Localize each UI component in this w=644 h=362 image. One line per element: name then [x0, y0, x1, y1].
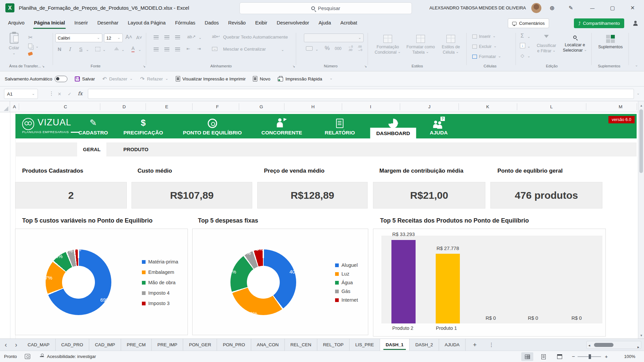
toggle-off-icon[interactable]: [55, 76, 67, 82]
align-left-icon[interactable]: [154, 48, 159, 51]
page-layout-view-button[interactable]: [537, 352, 549, 361]
cut-icon[interactable]: ✂: [28, 34, 33, 41]
increase-font-icon[interactable]: A˄: [125, 34, 132, 40]
sheet-options-icon[interactable]: [484, 339, 499, 351]
merge-center-button[interactable]: Mesclar e Centralizar: [223, 47, 266, 52]
nav-item-precificacao[interactable]: $ PRECIFICAÇÃO: [123, 114, 163, 138]
column-header[interactable]: F: [216, 101, 219, 112]
undo-button[interactable]: Desfazer: [102, 76, 133, 82]
name-box[interactable]: A1: [4, 89, 38, 99]
font-color-icon[interactable]: A: [131, 46, 135, 52]
column-header[interactable]: G: [260, 101, 263, 112]
dialog-launcher-icon[interactable]: [364, 64, 367, 68]
customize-qat-icon[interactable]: [330, 77, 333, 81]
nav-item-concorrente[interactable]: CONCORRENTE: [261, 114, 302, 138]
new-document-button[interactable]: Novo: [253, 76, 270, 81]
page-break-view-button[interactable]: [553, 352, 566, 361]
sheet-tab-rel-top[interactable]: REL_TOP: [317, 339, 350, 351]
increase-indent-icon[interactable]: ⇥: [197, 46, 201, 51]
subtab-produto[interactable]: PRODUTO: [117, 142, 154, 157]
column-header[interactable]: E: [165, 101, 168, 112]
scroll-up-icon[interactable]: [638, 102, 644, 108]
select-all-corner[interactable]: [0, 101, 10, 112]
scrollbar-thumb[interactable]: [639, 109, 643, 173]
accounting-format-icon[interactable]: [306, 46, 313, 51]
close-button[interactable]: [625, 0, 640, 16]
font-size-select[interactable]: 12: [104, 34, 123, 42]
tab-arquivo[interactable]: Arquivo: [3, 16, 29, 30]
sheet-tab-ajuda[interactable]: AJUDA: [439, 339, 466, 351]
increase-decimal-icon[interactable]: ←0.00: [348, 45, 353, 52]
donut-chart-custos-variaveis[interactable]: 69% 17% 8% 4% 2% Matéria-prima Embalagem…: [15, 229, 188, 335]
fill-down-icon[interactable]: ↓: [520, 43, 525, 48]
sort-filter-button[interactable]: Classificar e Filtrar: [534, 35, 559, 54]
nav-item-ponto-de-equilibrio[interactable]: PONTO DE EQUILÍBRIO: [183, 114, 241, 138]
tab-dados[interactable]: Dados: [200, 16, 223, 30]
column-header[interactable]: K: [486, 101, 489, 112]
percent-style-button[interactable]: %: [325, 45, 330, 52]
insert-cells-button[interactable]: Inserir: [472, 34, 496, 39]
globe-icon[interactable]: [545, 0, 559, 16]
cancel-icon[interactable]: [58, 91, 61, 97]
tab-layout-da-pagina[interactable]: Layout da Página: [123, 16, 170, 30]
tab-desenvolvedor[interactable]: Desenvolvedor: [272, 16, 314, 30]
align-right-icon[interactable]: [175, 48, 180, 51]
tab-inserir[interactable]: Inserir: [70, 16, 93, 30]
horizontal-scrollbar[interactable]: [586, 341, 641, 349]
quick-print-button[interactable]: Impressão Rápida: [278, 76, 322, 81]
column-header[interactable]: A: [13, 101, 16, 112]
column-header[interactable]: I: [370, 101, 371, 112]
tab-acrobat[interactable]: Acrobat: [336, 16, 362, 30]
scrollbar-thumb[interactable]: [594, 343, 613, 347]
borders-icon[interactable]: [95, 47, 100, 51]
decrease-decimal-icon[interactable]: .00→0: [358, 45, 362, 52]
sheet-tab-pon-pro[interactable]: PON_PRO: [217, 339, 251, 351]
tab-revisao[interactable]: Revisão: [223, 16, 250, 30]
redo-button[interactable]: Refazer: [140, 76, 168, 82]
bold-button[interactable]: N: [58, 46, 61, 52]
nav-item-ajuda[interactable]: ? AJUDA: [430, 114, 447, 138]
sheet-next-icon[interactable]: [15, 341, 17, 349]
sheet-tab-lis-pre[interactable]: LIS_PRE: [350, 339, 380, 351]
format-painter-icon[interactable]: [28, 52, 33, 56]
paste-button[interactable]: Colar: [9, 33, 19, 56]
tab-ajuda[interactable]: Ajuda: [314, 16, 336, 30]
column-header[interactable]: H: [311, 101, 315, 112]
decrease-font-icon[interactable]: A˅: [136, 35, 142, 40]
save-button[interactable]: Salvar: [75, 76, 95, 81]
align-bottom-icon[interactable]: [175, 36, 180, 39]
donut-chart-despesas-fixas[interactable]: 40% 30% 20% 5% 5% Aluguel Luz Água Gás I…: [192, 229, 368, 335]
enter-icon[interactable]: [68, 91, 71, 97]
clear-icon[interactable]: ◇: [521, 53, 524, 58]
sheet-tab-dash-1[interactable]: DASH_1: [380, 339, 410, 351]
sheet-tab-pre-imp[interactable]: PRE_IMP: [152, 339, 183, 351]
wrap-text-button[interactable]: Quebrar Texto Automaticamente: [223, 35, 288, 40]
number-format-select[interactable]: [304, 34, 364, 42]
pen-icon[interactable]: [564, 0, 578, 16]
column-header[interactable]: C: [64, 101, 67, 112]
person-icon[interactable]: [633, 21, 638, 26]
sheet-tab-cad-map[interactable]: CAD_MAP: [22, 339, 55, 351]
share-button[interactable]: Compartilhamento: [574, 18, 624, 28]
sheet-tab-pre-cm[interactable]: PRE_CM: [121, 339, 152, 351]
format-cells-button[interactable]: Formatar: [472, 54, 501, 59]
scroll-down-icon[interactable]: [638, 332, 644, 338]
decrease-indent-icon[interactable]: ⇤: [186, 46, 190, 51]
formula-input[interactable]: [88, 89, 634, 99]
subtab-geral[interactable]: GERAL: [77, 142, 106, 157]
find-select-button[interactable]: Localizar e Selecionar: [561, 35, 589, 53]
maximize-button[interactable]: [605, 0, 620, 16]
dialog-launcher-icon[interactable]: [292, 64, 295, 68]
conditional-formatting-button[interactable]: Formatação Condicional: [372, 35, 404, 55]
column-header[interactable]: L: [550, 101, 553, 112]
cell-styles-button[interactable]: Estilos de Célula: [437, 35, 464, 55]
search-input[interactable]: Pesquisar: [239, 2, 412, 14]
zoom-level[interactable]: 100%: [624, 351, 635, 362]
avatar[interactable]: [531, 3, 541, 13]
column-header[interactable]: D: [122, 101, 126, 112]
bar-chart-receitas-produtos[interactable]: R$ 33.293 R$ 27.778 R$ 0 R$ 0 R$ 0 Produ…: [373, 229, 606, 337]
format-as-table-button[interactable]: Formatar como Tabela: [405, 35, 436, 55]
column-header[interactable]: M: [619, 101, 622, 112]
normal-view-button[interactable]: [521, 352, 533, 361]
vertical-scrollbar[interactable]: [638, 101, 644, 339]
